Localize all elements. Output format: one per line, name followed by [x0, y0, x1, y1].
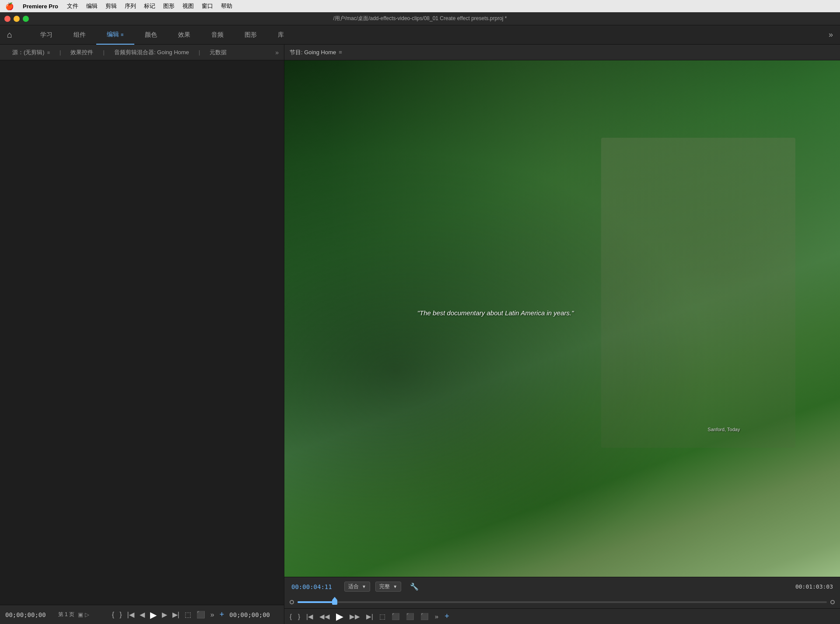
menu-bar: 🍎 Premiere Pro 文件 编辑 剪辑 序列 标记 图形 视图 窗口 帮…	[0, 0, 840, 12]
btn-prog-mark-in[interactable]: {	[290, 613, 292, 620]
menu-graphics[interactable]: 图形	[163, 2, 175, 10]
nav-effects[interactable]: 效果	[168, 25, 201, 45]
edit-icon: ≡	[121, 32, 123, 37]
btn-prog-add[interactable]: +	[444, 612, 449, 621]
btn-overwrite[interactable]: ⬛	[196, 610, 205, 619]
nav-color[interactable]: 颜色	[134, 25, 168, 45]
btn-prog-mark-out[interactable]: }	[298, 613, 300, 620]
nav-more-button[interactable]: »	[829, 30, 833, 39]
source-transport-controls: { } |◀ ◀ ▶ ▶ ▶| ⬚ ⬛ » + 00;00;00;00	[112, 610, 279, 620]
menu-help[interactable]: 帮助	[221, 2, 232, 10]
nav-edit[interactable]: 编辑 ≡	[96, 25, 134, 45]
btn-prog-go-out[interactable]: ▶|	[366, 613, 373, 621]
app-name: Premiere Pro	[23, 3, 58, 10]
progress-start-marker	[290, 600, 294, 604]
apple-logo: 🍎	[5, 2, 14, 10]
menu-clip[interactable]: 剪辑	[105, 2, 117, 10]
menu-sequence[interactable]: 序列	[125, 2, 136, 10]
program-fit-select[interactable]: 适合 ▼	[344, 582, 370, 592]
tab-effects-controls[interactable]: 效果控件	[63, 45, 100, 60]
program-quality-select[interactable]: 完整 ▼	[375, 582, 401, 592]
menu-window[interactable]: 窗口	[202, 2, 213, 10]
progress-area	[284, 596, 840, 608]
program-transport-bar: 00:00:04:11 适合 ▼ 完整 ▼ 🔧 00:01:03:03	[284, 577, 840, 596]
progress-bar-fill	[298, 601, 335, 603]
nav-libraries[interactable]: 库	[267, 25, 294, 45]
tab-source[interactable]: 源：(无剪辑) ≡	[5, 45, 57, 60]
left-panel: 源：(无剪辑) ≡ | 效果控件 | 音频剪辑混合器: Going Home |…	[0, 45, 284, 624]
menu-file[interactable]: 文件	[67, 2, 78, 10]
btn-prog-lift[interactable]: ⬚	[379, 613, 385, 621]
home-button[interactable]: ⌂	[7, 30, 12, 40]
btn-add[interactable]: +	[220, 610, 224, 619]
btn-prog-more-1[interactable]: ⬛	[406, 613, 414, 621]
btn-prog-play[interactable]: ▶	[336, 611, 343, 622]
close-button[interactable]	[4, 16, 10, 22]
nav-graphics[interactable]: 图形	[234, 25, 267, 45]
nav-learn[interactable]: 学习	[30, 25, 63, 45]
progress-playhead[interactable]	[332, 600, 337, 605]
btn-prog-more-3[interactable]: »	[435, 613, 438, 620]
minimize-button[interactable]	[14, 16, 20, 22]
btn-step-back[interactable]: ◀	[140, 610, 145, 619]
progress-bar-track[interactable]	[298, 601, 827, 603]
tab-separator-1: |	[60, 49, 61, 56]
btn-prog-step-back[interactable]: ◀◀	[319, 613, 330, 621]
program-video: "The best documentary about Latin Americ…	[284, 60, 840, 577]
program-title: 节目: Going Home	[290, 49, 336, 56]
maximize-button[interactable]	[23, 16, 29, 22]
btn-mark-out[interactable]: }	[119, 611, 122, 619]
btn-play[interactable]: ▶	[150, 610, 157, 620]
btn-prog-more-2[interactable]: ⬛	[420, 613, 429, 621]
menu-items: 文件 编辑 剪辑 序列 标记 图形 视图 窗口 帮助	[67, 2, 232, 10]
source-panel-tabs: 源：(无剪辑) ≡ | 效果控件 | 音频剪辑混合器: Going Home |…	[0, 45, 284, 60]
tab-separator-2: |	[103, 49, 104, 56]
program-header: 节目: Going Home ≡	[284, 45, 840, 60]
source-timecode-left: 00;00;00;00	[5, 611, 46, 618]
source-timecode-right: 00;00;00;00	[229, 611, 270, 618]
source-page-next[interactable]: ▷	[85, 611, 89, 618]
btn-go-in[interactable]: |◀	[127, 610, 134, 619]
btn-prog-go-in[interactable]: |◀	[306, 613, 313, 621]
video-source-credit: Sanford, Today	[708, 427, 740, 432]
tab-separator-3: |	[199, 49, 200, 56]
btn-step-fwd[interactable]: ▶	[162, 610, 167, 619]
tab-metadata[interactable]: 元数据	[203, 45, 234, 60]
nav-assembly[interactable]: 组件	[63, 25, 96, 45]
video-preview: "The best documentary about Latin Americ…	[284, 60, 840, 577]
program-timecode: 00:00:04:11	[291, 583, 332, 590]
btn-more-transport[interactable]: »	[210, 611, 214, 619]
prog-transport-controls: { } |◀ ◀◀ ▶ ▶▶ ▶| ⬚ ⬛ ⬛ ⬛ » +	[284, 608, 840, 624]
temple-area	[601, 138, 796, 448]
source-monitor	[0, 60, 284, 605]
source-page-info: 第 1 页	[58, 611, 74, 618]
source-page-icon[interactable]: ▣	[78, 611, 83, 618]
source-tabs-more[interactable]: »	[275, 49, 279, 56]
nav-bar: ⌂ 学习 组件 编辑 ≡ 颜色 效果 音频 图形 库 »	[0, 25, 840, 45]
right-panel: 节目: Going Home ≡ "The best documentary a…	[284, 45, 840, 624]
tab-audio-mixer[interactable]: 音频剪辑混合器: Going Home	[107, 45, 196, 60]
menu-view[interactable]: 视图	[182, 2, 194, 10]
source-transport-bar: 00;00;00;00 第 1 页 ▣ ▷ { } |◀ ◀ ▶ ▶ ▶| ⬚ …	[0, 605, 284, 624]
progress-end-marker	[830, 600, 835, 604]
video-quote-overlay: "The best documentary about Latin Americ…	[417, 308, 574, 317]
nav-audio[interactable]: 音频	[201, 25, 234, 45]
program-wrench-icon[interactable]: 🔧	[410, 582, 419, 591]
main-area: 源：(无剪辑) ≡ | 效果控件 | 音频剪辑混合器: Going Home |…	[0, 45, 840, 624]
playhead-arrow	[332, 597, 337, 600]
btn-mark-in[interactable]: {	[112, 611, 114, 619]
menu-edit[interactable]: 编辑	[86, 2, 98, 10]
menu-marker[interactable]: 标记	[144, 2, 155, 10]
btn-prog-step-fwd[interactable]: ▶▶	[350, 613, 360, 621]
btn-insert[interactable]: ⬚	[185, 610, 191, 619]
project-path: /用户/mac/桌面/add-effects-video-clips/08_01…	[333, 15, 507, 22]
program-menu-icon[interactable]: ≡	[339, 49, 342, 56]
program-total-time: 00:01:03:03	[795, 583, 833, 590]
btn-go-out[interactable]: ▶|	[172, 610, 179, 619]
btn-prog-extract[interactable]: ⬛	[392, 613, 400, 621]
window-controls	[4, 16, 29, 22]
title-bar: /用户/mac/桌面/add-effects-video-clips/08_01…	[0, 12, 840, 25]
